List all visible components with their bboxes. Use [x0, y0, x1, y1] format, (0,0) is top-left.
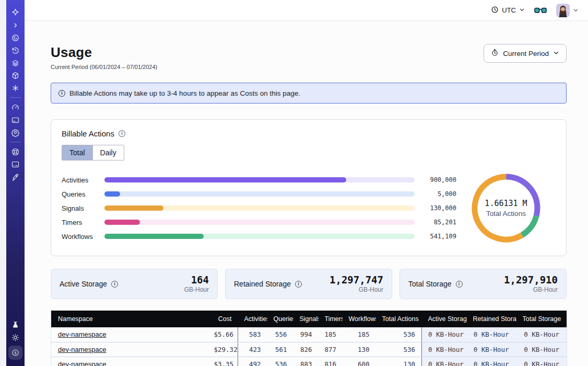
layers-icon[interactable] — [9, 56, 22, 69]
active-storage-label: Active Storage — [60, 280, 107, 288]
labs-flask-icon[interactable] — [9, 318, 22, 331]
nexus-asterisk-icon[interactable] — [9, 82, 22, 94]
bar-fill — [104, 220, 140, 225]
table-row: dev-namespace$3.354925368838166001300 KB… — [51, 357, 567, 366]
timezone-dropdown[interactable]: UTC — [491, 6, 525, 15]
table-cell: 826 — [293, 342, 319, 357]
account-menu[interactable] — [556, 4, 579, 17]
bar-track — [104, 205, 415, 211]
bar-track — [104, 234, 415, 239]
table-cell: 0 KB-Hour — [516, 357, 567, 366]
deployments-cube-icon[interactable] — [9, 69, 22, 82]
tab-total[interactable]: Total — [62, 145, 92, 160]
billing-card-icon[interactable] — [9, 113, 22, 126]
table-cell: 583 — [238, 327, 267, 342]
column-header: Timers — [319, 311, 343, 327]
bar-fill — [104, 234, 204, 239]
table-cell: $3.35 — [208, 357, 238, 366]
bar-row-timers: Timers85,201 — [62, 215, 456, 230]
timezone-label: UTC — [502, 6, 516, 14]
user-avatar[interactable] — [556, 4, 570, 17]
namespaces-icon[interactable] — [9, 31, 22, 44]
bar-track — [104, 220, 415, 225]
column-header: Total Storage — [516, 311, 567, 327]
bar-row-workflows: Workflows541,109 — [62, 230, 456, 244]
getting-started-rocket-icon[interactable] — [9, 170, 22, 183]
table-cell: 492 — [238, 357, 267, 366]
stopwatch-icon — [491, 49, 499, 58]
info-icon[interactable]: i — [119, 130, 125, 137]
column-header: Retained Storage — [467, 311, 516, 327]
column-header: Activities — [238, 311, 267, 327]
namespace-cell: dev-namespace — [51, 342, 208, 357]
info-banner-text: Billable Actions may take up to 3-4 hour… — [69, 89, 300, 97]
table-cell: 185 — [343, 327, 376, 342]
table-cell: 877 — [319, 342, 343, 357]
table-cell: 994 — [293, 327, 319, 342]
bar-fill — [104, 205, 163, 211]
info-banner: i Billable Actions may take up to 3-4 ho… — [51, 83, 567, 104]
clock-icon — [491, 6, 499, 15]
table-cell: 0 KB-Hour — [422, 342, 467, 357]
topbar: UTC — [25, 0, 588, 21]
bar-value: 900,000 — [422, 176, 456, 184]
table-cell: 185 — [319, 327, 343, 342]
table-body: dev-namespace$5.665835569941851855360 KB… — [51, 327, 567, 366]
table-cell: 816 — [319, 357, 343, 366]
info-icon[interactable]: i — [456, 281, 463, 288]
table-cell: 130 — [376, 357, 422, 366]
feedback-glasses-icon[interactable] — [534, 6, 547, 15]
column-header: Total Actions — [376, 311, 422, 327]
active-storage-unit: GB-Hour — [184, 286, 209, 293]
usage-dollar-icon[interactable]: $ — [8, 346, 22, 360]
page-subtitle: Current Period (06/01/2024 – 07/01/2024) — [51, 64, 157, 70]
bar-row-activities: Activities900,000 — [62, 173, 456, 187]
billable-actions-card: Billable Actions i Total Daily Activitie… — [51, 119, 567, 256]
table-cell: $5.66 — [208, 327, 238, 342]
tab-daily[interactable]: Daily — [92, 145, 124, 160]
period-button-label: Current Period — [503, 50, 549, 58]
metrics-gauge-icon[interactable] — [9, 101, 22, 113]
table-cell: 536 — [267, 357, 293, 366]
info-icon[interactable]: i — [295, 281, 302, 288]
table-cell: 0 KB-Hour — [422, 327, 467, 342]
column-header: Queries — [267, 311, 293, 327]
active-storage-card: Active Storage i 164 GB-Hour — [51, 269, 218, 299]
bar-row-queries: Queries5,000 — [62, 187, 456, 201]
namespace-link[interactable]: dev-namespace — [58, 360, 107, 366]
retained-storage-label: Retained Storage — [234, 280, 291, 288]
retained-storage-unit: GB-Hour — [330, 286, 383, 293]
bar-label: Timers — [62, 219, 99, 226]
table-cell: 536 — [376, 342, 422, 357]
bar-fill — [104, 191, 120, 197]
chevron-expand-icon[interactable] — [9, 19, 22, 31]
sidebar-divider — [10, 142, 21, 142]
bar-label: Signals — [62, 204, 99, 212]
schedules-icon[interactable] — [9, 44, 22, 56]
support-lifebuoy-icon[interactable] — [9, 145, 22, 158]
total-storage-unit: GB-Hour — [504, 286, 558, 293]
table-cell: 0 KB-Hour — [422, 357, 467, 366]
namespace-link[interactable]: dev-namespace — [58, 330, 107, 338]
bar-track — [104, 177, 415, 182]
bar-value: 85,201 — [422, 219, 456, 226]
table-cell: 130 — [343, 342, 376, 357]
temporal-logo-icon[interactable] — [9, 6, 22, 19]
page-title: Usage — [51, 44, 157, 61]
sidebar-divider — [10, 97, 21, 98]
svg-text:$: $ — [14, 350, 17, 355]
table-cell: 536 — [376, 327, 422, 342]
period-select-button[interactable]: Current Period — [484, 44, 567, 63]
billable-view-tabs: Total Daily — [62, 145, 124, 161]
namespace-link[interactable]: dev-namespace — [58, 346, 107, 353]
theme-sun-icon[interactable] — [9, 331, 22, 344]
namespace-cell: dev-namespace — [51, 327, 208, 342]
settings-gear-icon[interactable] — [9, 126, 22, 139]
cli-terminal-icon[interactable] — [9, 158, 22, 170]
column-header: Cost — [208, 311, 238, 327]
column-header: Active Storage — [422, 311, 467, 327]
namespace-cell: dev-namespace — [51, 357, 208, 366]
chevron-down-icon — [573, 6, 579, 15]
bar-value: 541,109 — [422, 233, 456, 240]
info-icon[interactable]: i — [111, 281, 118, 288]
